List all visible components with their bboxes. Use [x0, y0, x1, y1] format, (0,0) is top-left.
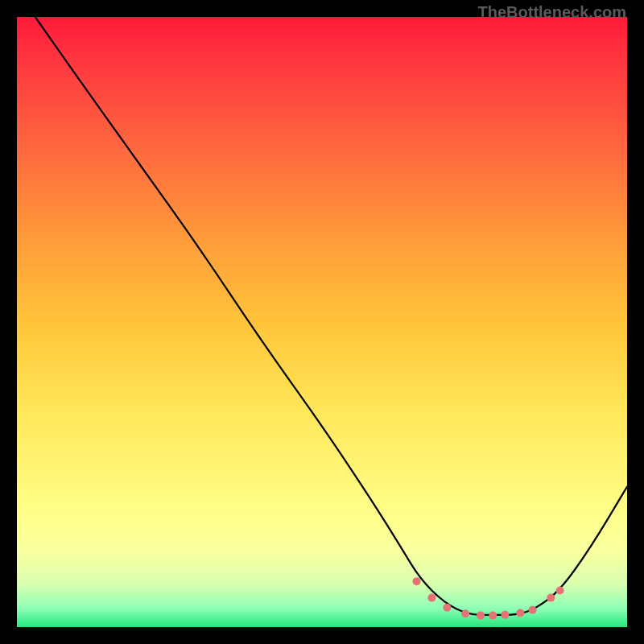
marker-dot: [501, 611, 509, 619]
main-curve: [35, 17, 627, 615]
marker-dot: [529, 606, 537, 614]
marker-dot: [489, 612, 497, 620]
marker-dot: [556, 587, 564, 595]
marker-dots: [412, 577, 564, 619]
marker-dot: [443, 604, 451, 612]
watermark-text: TheBottleneck.com: [478, 3, 626, 22]
marker-dot: [427, 594, 436, 602]
marker-dot: [477, 612, 485, 620]
marker-dot: [461, 609, 469, 617]
marker-dot: [516, 609, 524, 617]
marker-dot: [412, 577, 420, 585]
marker-dot: [547, 594, 555, 602]
chart-svg: [17, 17, 627, 627]
